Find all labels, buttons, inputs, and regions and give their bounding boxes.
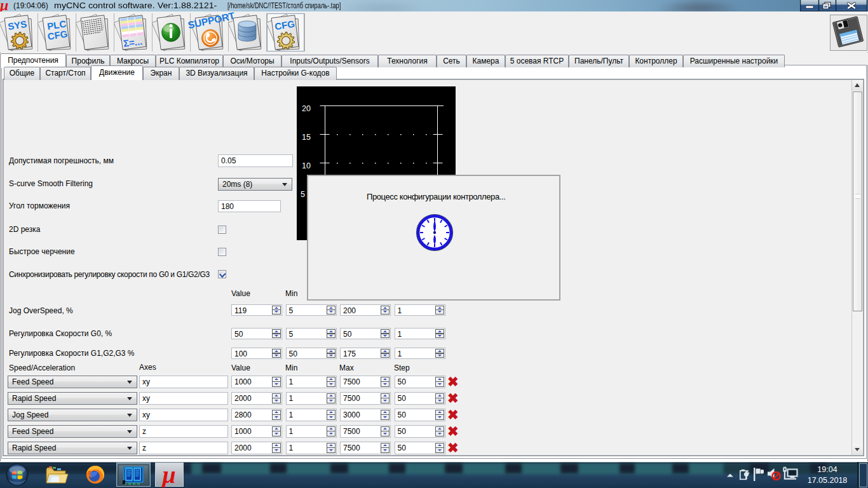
svg-text:10: 10 xyxy=(302,161,311,170)
svg-text:15: 15 xyxy=(302,133,311,142)
svg-text:20: 20 xyxy=(302,104,311,113)
svg-text:5: 5 xyxy=(301,190,305,199)
svg-text:19:04: 19:04 xyxy=(817,465,837,474)
svg-text:17.05.2018: 17.05.2018 xyxy=(808,476,848,485)
svg-text:μ: μ xyxy=(161,462,175,487)
